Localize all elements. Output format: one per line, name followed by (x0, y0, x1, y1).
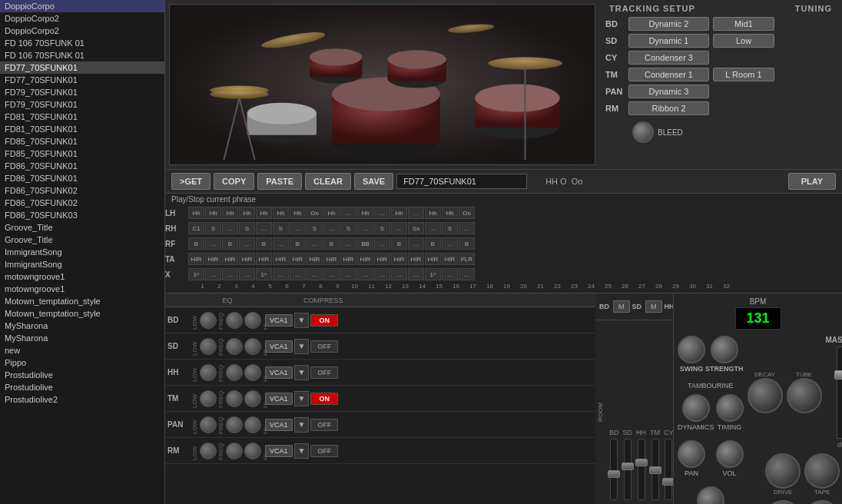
sidebar-item[interactable]: ImmigrantSong (0, 246, 164, 258)
seq-cell[interactable]: … (323, 268, 340, 280)
freq-knob[interactable] (226, 338, 243, 355)
seq-cell[interactable]: S (205, 222, 221, 234)
fader-thumb[interactable] (635, 459, 648, 466)
seq-cell[interactable]: … (391, 268, 407, 280)
seq-cell[interactable]: Hh (357, 207, 373, 219)
decay-knob[interactable] (748, 378, 783, 413)
seq-cell[interactable]: … (459, 268, 475, 280)
seq-cell[interactable]: Hh (273, 207, 289, 219)
seq-cell[interactable]: Oo (307, 207, 323, 219)
clear-button[interactable]: CLEAR (305, 173, 351, 190)
seq-cell[interactable]: HIR (340, 253, 356, 265)
sidebar-item[interactable]: FD77_70SFUNK01 (0, 61, 164, 74)
tracking-btn-rm[interactable]: Ribbon 2 (628, 101, 709, 115)
get-button[interactable]: >GET (171, 173, 210, 190)
sidebar-item[interactable]: DoppioCorpo2 (0, 12, 164, 25)
seq-cell[interactable]: S (273, 222, 289, 234)
sidebar-item[interactable]: FD77_70SFUNK01 (0, 74, 164, 86)
freq-knob[interactable] (226, 443, 243, 459)
on-off-button[interactable]: OFF (310, 340, 338, 353)
vca-button[interactable]: VCA1 (265, 340, 293, 353)
seq-cell[interactable]: Hh (425, 207, 441, 219)
sidebar-item[interactable]: ImmigrantSong (0, 258, 164, 270)
seq-cell[interactable]: … (408, 268, 424, 280)
on-off-button[interactable]: OFF (310, 366, 338, 379)
seq-cell[interactable]: HIR (222, 253, 238, 265)
seq-cell[interactable]: HIR (391, 253, 407, 265)
master-track[interactable] (837, 346, 842, 439)
seq-cell[interactable]: FLR (459, 253, 475, 265)
freq-knob[interactable] (226, 390, 243, 407)
seq-cell[interactable]: HIR (425, 253, 441, 265)
seq-cell[interactable]: … (222, 222, 238, 234)
seq-cell[interactable]: B (256, 237, 272, 250)
vca-button[interactable]: VCA1 (265, 314, 293, 327)
seq-cell[interactable]: … (442, 268, 458, 280)
bpm-value[interactable]: 131 (735, 307, 781, 330)
tracking-btn-bd[interactable]: Dynamic 2 (628, 17, 709, 31)
sidebar-item[interactable]: DoppioCorpo2 (0, 25, 164, 37)
seq-cell[interactable]: … (374, 207, 390, 219)
swing-knob[interactable] (678, 336, 705, 363)
strength-knob[interactable] (711, 336, 738, 363)
tracking-btn-tm[interactable]: Condenser 1 (628, 68, 709, 81)
drive-knob[interactable] (765, 453, 801, 489)
low-knob[interactable] (200, 390, 217, 407)
seq-cell[interactable]: … (340, 237, 356, 250)
vca-button[interactable]: VCA1 (265, 445, 293, 457)
tuning-btn-sd[interactable]: Low (713, 34, 774, 48)
seq-cell[interactable]: B (425, 237, 441, 250)
sidebar-item[interactable]: FD86_70SFUNK01 (0, 160, 164, 172)
tuning-btn-bd[interactable]: Mid1 (713, 17, 774, 31)
seq-cell[interactable]: HIR (290, 253, 306, 265)
seq-cell[interactable]: … (391, 222, 407, 234)
vol-knob[interactable] (716, 440, 744, 468)
seq-cell[interactable]: HIR (239, 253, 255, 265)
freq-knob[interactable] (226, 416, 243, 433)
seq-cell[interactable]: … (442, 237, 458, 250)
seq-cell[interactable]: HIR (205, 253, 221, 265)
seq-cell[interactable]: … (459, 222, 475, 234)
on-off-button[interactable]: ON (310, 393, 338, 405)
seq-cell[interactable]: S (442, 222, 458, 234)
seq-cell[interactable]: B (290, 237, 306, 250)
sidebar-item[interactable]: Prostudiolive (0, 381, 164, 393)
seq-cell[interactable]: B (323, 237, 340, 250)
seq-cell[interactable]: B (459, 237, 475, 250)
seq-cell[interactable]: … (323, 222, 340, 234)
seq-cell[interactable]: Hh (256, 207, 272, 219)
seq-cell[interactable]: HIR (307, 253, 323, 265)
seq-cell[interactable]: Ss (408, 222, 424, 234)
freq-knob[interactable] (226, 364, 243, 381)
hi-knob[interactable] (244, 443, 261, 459)
tape-knob[interactable] (804, 453, 840, 489)
seq-cell[interactable]: … (374, 268, 390, 280)
seq-cell[interactable]: HIR (188, 253, 204, 265)
sidebar-item[interactable]: Motown_temptation_style (0, 307, 164, 320)
seq-cell[interactable]: 1^ (188, 268, 204, 280)
seq-cell[interactable]: 1^ (425, 268, 441, 280)
seq-cell[interactable]: … (222, 268, 238, 280)
seq-cell[interactable]: … (425, 222, 441, 234)
sidebar-item[interactable]: FD79_70SFUNK01 (0, 86, 164, 98)
freq-knob[interactable] (226, 312, 243, 329)
sidebar-item[interactable]: FD79_70SFUNK01 (0, 98, 164, 111)
tube-knob[interactable] (787, 378, 822, 413)
seq-cell[interactable]: S (374, 222, 390, 234)
seq-cell[interactable]: … (290, 222, 306, 234)
seq-cell[interactable]: HIR (357, 253, 373, 265)
sidebar-item[interactable]: FD86_70SFUNK01 (0, 172, 164, 184)
ch-arrow[interactable]: ▼ (294, 391, 310, 406)
seq-cell[interactable]: HIR (374, 253, 390, 265)
ch-arrow[interactable]: ▼ (294, 365, 310, 380)
seq-cell[interactable]: HIR (273, 253, 289, 265)
tracking-btn-cy[interactable]: Condenser 3 (628, 51, 709, 65)
hi-knob[interactable] (244, 338, 261, 355)
save-button[interactable]: SAVE (354, 173, 393, 190)
seq-cell[interactable]: Hh (290, 207, 306, 219)
dynamics-knob[interactable] (682, 394, 710, 422)
bleed-knob[interactable] (632, 121, 654, 143)
copy-button[interactable]: COPY (214, 173, 254, 190)
seq-cell[interactable]: … (205, 237, 221, 250)
seq-cell[interactable]: B (188, 237, 204, 250)
